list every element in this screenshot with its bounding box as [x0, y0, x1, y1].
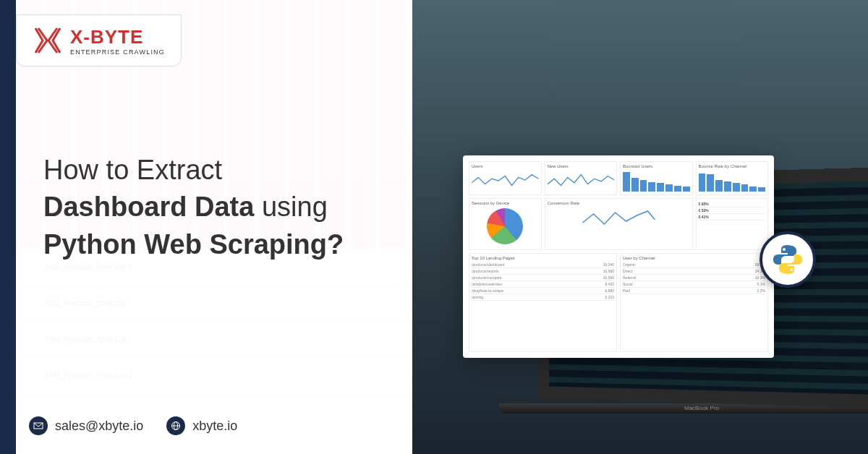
dash-pie-panel: Sessions by Device	[469, 198, 542, 250]
website-text: xbyte.io	[192, 419, 237, 434]
contact-email: sales@xbyte.io	[29, 416, 143, 435]
python-logo-badge	[760, 231, 816, 288]
brand-logo-box: X-BYTE ENTERPRISE CRAWLING	[16, 14, 182, 67]
bar-chart-icon	[699, 170, 766, 192]
logo-text-group: X-BYTE ENTERPRISE CRAWLING	[70, 26, 165, 56]
bg-row: AM2_Products_Book List 1	[16, 322, 412, 358]
dash-chart-users: Users	[469, 161, 542, 195]
bg-row: AM2_Products_Book List 1	[16, 286, 412, 322]
analytics-dashboard-graphic: Users New Users Bounced Users Bounce Rat…	[463, 155, 774, 358]
headline: How to Extract Dashboard Data using Pyth…	[43, 152, 398, 263]
dash-table-channel: User by Channel Organic58.2% Direct24.1%…	[620, 253, 768, 352]
headline-part-1: How to Extract	[43, 155, 222, 185]
headline-part-3-bold: Python Web Scraping?	[43, 229, 344, 260]
email-icon	[29, 416, 48, 435]
python-logo-icon	[770, 242, 805, 277]
brand-tagline: ENTERPRISE CRAWLING	[70, 48, 165, 56]
headline-part-2-bold: Dashboard Data	[43, 192, 254, 222]
dash-chart-bounced: Bounced Users	[620, 161, 693, 195]
dash-chart-bounce-rate: Bounce Rate by Channel	[696, 161, 769, 195]
dash-chart-new-users: New Users	[545, 161, 618, 195]
dash-kpi-panel: 0.65% 0.52% 0.41%	[696, 198, 769, 250]
pie-chart-icon	[487, 208, 523, 244]
email-text: sales@xbyte.io	[55, 419, 143, 434]
contact-bar: sales@xbyte.io xbyte.io	[29, 416, 237, 435]
bar-chart-icon	[623, 170, 690, 192]
xbyte-logo-icon	[33, 25, 63, 56]
brand-name: X-BYTE	[70, 26, 165, 48]
contact-website: xbyte.io	[166, 416, 237, 435]
headline-part-2-plain: using	[254, 192, 327, 222]
dash-metrics-panel: Conversion Rate	[545, 198, 693, 250]
accent-bar	[0, 0, 16, 454]
dash-table-landing: Top 10 Landing Pages /products/dashboard…	[469, 253, 617, 352]
globe-icon	[166, 416, 185, 435]
bg-row: AM2_Products_Book List 1	[16, 358, 412, 394]
headline-text: How to Extract Dashboard Data using Pyth…	[43, 152, 398, 263]
